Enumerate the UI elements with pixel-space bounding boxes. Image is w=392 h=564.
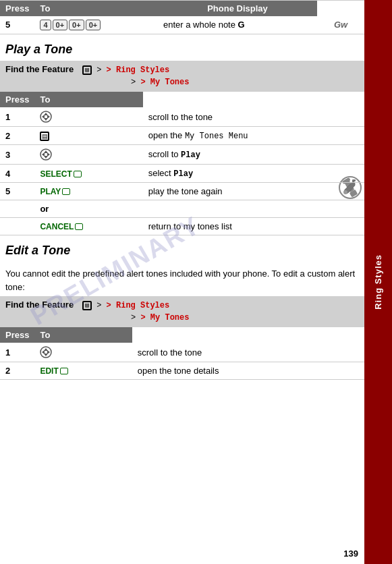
play-tone-table: Press To 1 scroll to the tone xyxy=(0,92,364,235)
key-0a: 0+ xyxy=(53,20,68,30)
table-row: 4 SELECT select Play xyxy=(0,165,364,183)
step-3-action-play: scroll to Play xyxy=(143,145,364,165)
step-2-edit: 2 xyxy=(0,362,34,380)
table-row: 3 scroll to Play xyxy=(0,145,364,165)
table-row: 1 scroll to the tone xyxy=(0,343,364,362)
or-cell xyxy=(0,200,34,218)
step-4-key: SELECT xyxy=(34,165,142,183)
svg-marker-14 xyxy=(42,152,45,157)
find-feature-label-play: Find the Feature xyxy=(5,64,80,74)
find-feature-label-edit: Find the Feature xyxy=(5,300,80,310)
key-icons: 4 0+ 0+ 0+ xyxy=(40,20,101,30)
path1-play: > > Ring Styles xyxy=(96,65,169,75)
path2-play: > > My Tones xyxy=(131,78,189,87)
svg-marker-10 xyxy=(47,115,50,119)
step-3-key xyxy=(34,145,142,165)
edit-a-tone-heading: Edit a Tone xyxy=(0,235,364,262)
key-press: 4 0+ 0+ 0+ xyxy=(34,16,158,34)
find-feature-path-edit: ▤ > > Ring Styles > > My Tones xyxy=(82,300,189,324)
step-2-key: ▤ xyxy=(34,127,142,145)
nav-icon-3 xyxy=(40,148,52,161)
menu-icon-edit: ▤ xyxy=(82,301,92,310)
cancel-action: return to my tones list xyxy=(143,218,364,235)
find-feature-path-play: ▤ > > Ring Styles > > My Tones xyxy=(82,64,189,88)
table-row: 1 scroll to the tone xyxy=(0,107,364,127)
col-phone-display: Phone Display xyxy=(158,1,317,17)
table-row: 5 PLAY play the tone again xyxy=(0,183,364,200)
table-row: 2 EDIT open the tone details xyxy=(0,362,364,380)
table-row-cancel: CANCEL return to my tones list xyxy=(0,218,364,235)
top-table: Press To Phone Display 5 4 0+ 0+ 0+ ente… xyxy=(0,0,364,34)
svg-marker-19 xyxy=(42,350,45,354)
step-4-action-play: select Play xyxy=(143,165,364,183)
cancel-button: CANCEL xyxy=(40,222,83,231)
edit-button: EDIT xyxy=(40,366,67,376)
svg-marker-20 xyxy=(47,350,50,354)
path2-edit: > > My Tones xyxy=(131,313,189,322)
play-button: PLAY xyxy=(40,187,70,196)
phone-display-val: Gw xyxy=(317,16,364,34)
step-2-action-edit: open the tone details xyxy=(132,362,364,380)
step-5-play: 5 xyxy=(0,183,34,200)
step-1-play: 1 xyxy=(0,107,34,127)
table-row: 5 4 0+ 0+ 0+ enter a whole note G Gw xyxy=(0,16,364,34)
softkey-icon-play xyxy=(62,188,70,195)
col-to-edit: To xyxy=(34,327,132,343)
or-label: or xyxy=(34,200,142,218)
step-1-action-edit: scroll to the tone xyxy=(132,343,364,362)
step-5-action-play: play the tone again xyxy=(143,183,364,200)
col-press: Press xyxy=(0,1,34,17)
nav-icon-1 xyxy=(40,111,52,123)
key-4: 4 xyxy=(40,20,51,30)
step-2-action-play: open the My Tones Menu xyxy=(143,127,364,145)
edit-paragraph: You cannot edit the predefined alert ton… xyxy=(0,262,364,296)
softkey-icon-cancel xyxy=(75,223,83,230)
step-1-key xyxy=(34,107,142,127)
key-0c: 0+ xyxy=(86,20,101,30)
nav-icon-edit-1 xyxy=(40,346,52,358)
page-number: 139 xyxy=(343,548,358,559)
col-to-play: To xyxy=(34,92,142,107)
path1-edit: > > Ring Styles xyxy=(96,301,169,310)
menu-icon-play: ▤ xyxy=(82,65,92,75)
select-button: SELECT xyxy=(40,169,81,179)
play-a-tone-heading: Play a Tone xyxy=(0,34,364,61)
step-number: 5 xyxy=(0,16,34,34)
blank-cell xyxy=(0,218,34,235)
right-sidebar: Ring Styles xyxy=(364,0,392,564)
step-2-edit-key: EDIT xyxy=(34,362,132,380)
edit-tone-table: Press To 1 scroll to the tone xyxy=(0,327,364,380)
or-action xyxy=(143,200,364,218)
step-1-action-play: scroll to the tone xyxy=(143,107,364,127)
step-1-edit: 1 xyxy=(0,343,34,362)
step-5-key: PLAY xyxy=(34,183,142,200)
step-3-play: 3 xyxy=(0,145,34,165)
main-content: Press To Phone Display 5 4 0+ 0+ 0+ ente… xyxy=(0,0,364,564)
col-press-edit: Press xyxy=(0,327,34,343)
step-4-play: 4 xyxy=(0,165,34,183)
svg-marker-9 xyxy=(42,115,45,119)
cancel-key: CANCEL xyxy=(34,218,142,235)
key-0b: 0+ xyxy=(69,20,84,30)
col-to: To xyxy=(34,1,158,17)
softkey-icon-edit xyxy=(60,368,68,374)
svg-marker-15 xyxy=(47,152,50,157)
find-feature-play: Find the Feature ▤ > > Ring Styles > > M… xyxy=(0,61,364,92)
sidebar-title: Ring Styles xyxy=(373,254,383,310)
step-1-edit-key xyxy=(34,343,132,362)
find-feature-edit: Find the Feature ▤ > > Ring Styles > > M… xyxy=(0,296,364,327)
table-row: 2 ▤ open the My Tones Menu xyxy=(0,127,364,145)
menu-icon-2: ▤ xyxy=(40,132,49,141)
table-row-or: or xyxy=(0,200,364,218)
action-text: enter a whole note G xyxy=(158,16,317,34)
softkey-icon xyxy=(74,171,82,177)
col-press-play: Press xyxy=(0,92,34,107)
step-2-play: 2 xyxy=(0,127,34,145)
